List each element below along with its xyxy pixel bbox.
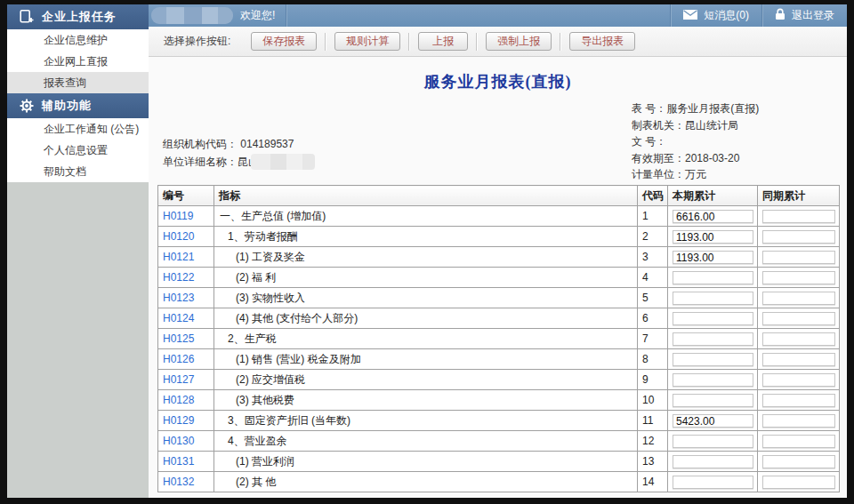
logout-button[interactable]: 退出登录 bbox=[761, 4, 847, 27]
sidebar-item[interactable]: 帮助文档 bbox=[7, 161, 149, 182]
current-period-input[interactable] bbox=[673, 373, 753, 387]
table-row: H0121(1) 工资及奖金3 bbox=[158, 247, 840, 268]
prior-period-input[interactable] bbox=[762, 353, 835, 366]
table-row: H0132(2) 其 他14 bbox=[158, 472, 840, 492]
row-id-link[interactable]: H0132 bbox=[158, 472, 214, 492]
prior-period-input[interactable] bbox=[762, 210, 835, 223]
row-current-cell bbox=[668, 227, 758, 247]
page-title: 服务业月报表(直报) bbox=[149, 71, 847, 92]
current-period-input[interactable] bbox=[673, 251, 753, 264]
prior-period-input[interactable] bbox=[762, 230, 835, 244]
row-id-link[interactable]: H0119 bbox=[158, 206, 214, 227]
header-indicator: 指标 bbox=[214, 186, 638, 206]
row-id-link[interactable]: H0121 bbox=[158, 247, 214, 268]
sidebar-item[interactable]: 个人信息设置 bbox=[7, 140, 149, 161]
current-period-input[interactable] bbox=[673, 332, 753, 346]
row-id-link[interactable]: H0120 bbox=[158, 227, 214, 247]
topbar-divider bbox=[286, 4, 287, 27]
row-code: 10 bbox=[638, 390, 668, 411]
header-prior-period: 同期累计 bbox=[758, 186, 840, 206]
row-code: 1 bbox=[638, 206, 668, 227]
toolbar-button[interactable]: 强制上报 bbox=[486, 32, 552, 51]
row-id-link[interactable]: H0123 bbox=[158, 288, 214, 308]
row-id-link[interactable]: H0129 bbox=[158, 411, 214, 431]
table-row: H0128(3) 其他税费10 bbox=[158, 390, 840, 411]
prior-period-input[interactable] bbox=[762, 332, 835, 346]
current-period-input[interactable] bbox=[673, 435, 753, 448]
row-prior-cell bbox=[758, 227, 840, 247]
prior-period-input[interactable] bbox=[762, 251, 835, 264]
meta-value: 万元 bbox=[685, 168, 706, 180]
current-period-input[interactable] bbox=[673, 455, 753, 468]
row-prior-cell bbox=[758, 206, 840, 227]
row-code: 3 bbox=[638, 247, 668, 268]
prior-period-input[interactable] bbox=[762, 271, 835, 284]
sidebar-item[interactable]: 企业网上直报 bbox=[7, 51, 149, 72]
logout-label: 退出登录 bbox=[792, 8, 834, 23]
row-prior-cell bbox=[758, 247, 840, 268]
row-id-link[interactable]: H0125 bbox=[158, 329, 214, 349]
toolbar-button[interactable]: 导出报表 bbox=[569, 32, 635, 51]
prior-period-input[interactable] bbox=[762, 476, 835, 489]
report-page: 服务业月报表(直报) 表 号：服务业月报表(直报)制表机关：昆山统计局文 号：有… bbox=[149, 57, 847, 498]
screen-frame: 企业上报任务企业信息维护企业网上直报报表查询辅助功能企业工作通知 (公告)个人信… bbox=[0, 0, 854, 504]
table-row: H0126(1) 销售 (营业) 税金及附加8 bbox=[158, 349, 840, 370]
current-period-input[interactable] bbox=[673, 230, 753, 244]
prior-period-input[interactable] bbox=[762, 373, 835, 387]
current-period-input[interactable] bbox=[673, 292, 753, 305]
row-id-link[interactable]: H0128 bbox=[158, 390, 214, 411]
welcome-text: 欢迎您! bbox=[240, 8, 275, 23]
row-code: 11 bbox=[638, 411, 668, 431]
sidebar-section-header: 辅助功能 bbox=[7, 93, 149, 118]
org-code-value: 014189537 bbox=[240, 138, 294, 150]
current-period-input[interactable] bbox=[673, 353, 753, 366]
current-period-input[interactable] bbox=[673, 210, 753, 223]
table-row: H0123(3) 实物性收入5 bbox=[158, 288, 840, 308]
prior-period-input[interactable] bbox=[762, 292, 835, 305]
messages-button[interactable]: 短消息(0) bbox=[670, 4, 761, 27]
meta-value: 服务业月报表(直报) bbox=[666, 102, 759, 115]
current-period-input[interactable] bbox=[673, 394, 753, 407]
prior-period-input[interactable] bbox=[762, 414, 835, 428]
row-code: 4 bbox=[638, 268, 668, 288]
row-prior-cell bbox=[758, 452, 840, 472]
row-indicator: 1、劳动者报酬 bbox=[214, 227, 638, 247]
sidebar-item[interactable]: 企业信息维护 bbox=[7, 29, 149, 51]
sidebar-item[interactable]: 企业工作通知 (公告) bbox=[7, 118, 149, 140]
toolbar-divider bbox=[560, 33, 561, 51]
row-prior-cell bbox=[758, 370, 840, 390]
envelope-icon bbox=[683, 10, 697, 22]
table-row: H0127(2) 应交增值税9 bbox=[158, 370, 840, 390]
sidebar-item[interactable]: 报表查询 bbox=[7, 72, 149, 93]
org-code-line: 组织机构代码： 014189537 bbox=[163, 135, 315, 153]
row-indicator: 一、生产总值 (增加值) bbox=[214, 206, 638, 227]
row-current-cell bbox=[668, 288, 758, 308]
row-id-link[interactable]: H0130 bbox=[158, 431, 214, 452]
report-table: 编号 指标 代码 本期累计 同期累计 H0119一、生产总值 (增加值)1H01… bbox=[157, 185, 840, 492]
current-period-input[interactable] bbox=[673, 312, 753, 325]
prior-period-input[interactable] bbox=[762, 312, 835, 325]
prior-period-input[interactable] bbox=[762, 435, 835, 448]
table-row: H0119一、生产总值 (增加值)1 bbox=[158, 206, 840, 227]
toolbar-button[interactable]: 保存报表 bbox=[251, 32, 317, 51]
current-period-input[interactable] bbox=[673, 271, 753, 284]
row-id-link[interactable]: H0126 bbox=[158, 349, 214, 370]
prior-period-input[interactable] bbox=[762, 394, 835, 407]
toolbar-button[interactable]: 规则计算 bbox=[334, 32, 400, 51]
report-meta-line: 文 号： bbox=[632, 133, 759, 150]
toolbar-button[interactable]: 上报 bbox=[418, 32, 468, 51]
row-id-link[interactable]: H0127 bbox=[158, 370, 214, 390]
table-row: H0131(1) 营业利润13 bbox=[158, 452, 840, 472]
current-period-input[interactable] bbox=[673, 476, 753, 489]
row-id-link[interactable]: H0131 bbox=[158, 452, 214, 472]
row-current-cell bbox=[668, 452, 758, 472]
row-indicator: 4、营业盈余 bbox=[214, 431, 638, 452]
prior-period-input[interactable] bbox=[762, 455, 835, 468]
row-id-link[interactable]: H0122 bbox=[158, 268, 214, 288]
header-id: 编号 bbox=[158, 186, 214, 206]
row-prior-cell bbox=[758, 431, 840, 452]
row-id-link[interactable]: H0124 bbox=[158, 308, 214, 329]
org-name-line: 单位详细名称：昆山 bbox=[163, 153, 315, 171]
current-period-input[interactable] bbox=[673, 414, 753, 428]
row-indicator: (2) 福 利 bbox=[214, 268, 638, 288]
